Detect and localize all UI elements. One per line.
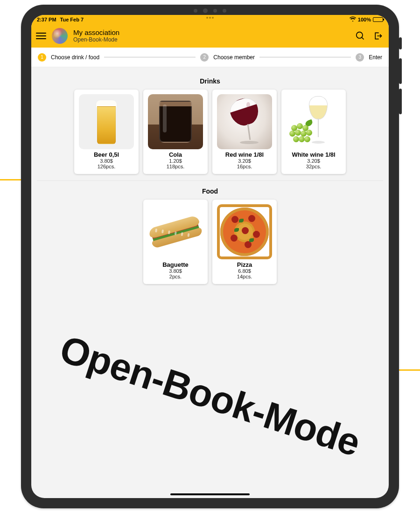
header-title: My association bbox=[73, 28, 119, 36]
status-time: 2:37 PM bbox=[37, 17, 56, 22]
product-price: 6.80$ bbox=[212, 268, 277, 274]
status-date: Tue Feb 7 bbox=[60, 17, 84, 22]
product-card-baguette[interactable]: Baguette 3.80$ 2pcs. bbox=[143, 200, 208, 284]
content-area: Drinks Beer 0,5l 3.80$ 126pcs. Cola bbox=[31, 67, 389, 291]
decorative-accent bbox=[0, 179, 21, 180]
product-price: 3.80$ bbox=[74, 158, 139, 164]
product-stock: 2pcs. bbox=[143, 274, 208, 279]
tablet-frame: 2:37 PM Tue Feb 7 100% My association Op… bbox=[21, 5, 399, 508]
status-battery-pct: 100% bbox=[358, 17, 371, 22]
header-subtitle: Open-Book-Mode bbox=[73, 37, 119, 43]
search-icon[interactable] bbox=[354, 30, 366, 42]
drinks-grid: Beer 0,5l 3.80$ 126pcs. Cola 1.20$ 118pc… bbox=[35, 90, 385, 174]
header-title-block: My association Open-Book-Mode bbox=[73, 28, 119, 43]
avatar[interactable] bbox=[52, 28, 68, 44]
product-stock: 118pcs. bbox=[143, 164, 208, 169]
product-card-cola[interactable]: Cola 1.20$ 118pcs. bbox=[143, 90, 208, 174]
product-stock: 126pcs. bbox=[74, 164, 139, 169]
section-divider bbox=[37, 180, 383, 181]
product-price: 3.80$ bbox=[143, 268, 208, 274]
product-name: White wine 1/8l bbox=[281, 151, 346, 158]
watermark-text: Open-Book-Mode bbox=[55, 327, 365, 465]
battery-icon bbox=[373, 17, 383, 22]
product-price: 3.20$ bbox=[212, 158, 277, 164]
step-divider bbox=[104, 57, 196, 57]
product-price: 1.20$ bbox=[143, 158, 208, 164]
status-bar: 2:37 PM Tue Feb 7 100% bbox=[31, 15, 389, 24]
screen: 2:37 PM Tue Feb 7 100% My association Op… bbox=[31, 15, 389, 498]
product-image bbox=[286, 94, 341, 149]
product-name: Beer 0,5l bbox=[74, 151, 139, 158]
product-card-beer[interactable]: Beer 0,5l 3.80$ 126pcs. bbox=[74, 90, 139, 174]
step-1-number[interactable]: 1 bbox=[38, 53, 46, 62]
step-2-label[interactable]: Choose member bbox=[213, 54, 255, 61]
section-title-food: Food bbox=[35, 187, 385, 195]
wifi-icon bbox=[350, 16, 356, 23]
product-image bbox=[79, 94, 134, 149]
product-stock: 16pcs. bbox=[212, 164, 277, 169]
decorative-accent bbox=[399, 369, 420, 371]
product-card-white-wine[interactable]: White wine 1/8l 3.20$ 32pcs. bbox=[281, 90, 346, 174]
section-title-drinks: Drinks bbox=[35, 77, 385, 85]
product-card-red-wine[interactable]: Red wine 1/8l 3.20$ 16pcs. bbox=[212, 90, 277, 174]
product-image bbox=[217, 204, 272, 259]
logout-icon[interactable] bbox=[372, 30, 384, 42]
app-bar: My association Open-Book-Mode bbox=[31, 24, 389, 48]
step-2-number[interactable]: 2 bbox=[200, 53, 209, 62]
product-name: Red wine 1/8l bbox=[212, 151, 277, 158]
food-grid: Baguette 3.80$ 2pcs. Pizza 6.80$ 14pcs. bbox=[35, 200, 385, 284]
product-name: Baguette bbox=[143, 261, 208, 268]
step-3-label[interactable]: Enter bbox=[369, 54, 382, 61]
product-price: 3.20$ bbox=[281, 158, 346, 164]
product-image bbox=[148, 94, 203, 149]
step-3-number[interactable]: 3 bbox=[356, 53, 364, 62]
product-image bbox=[217, 94, 272, 149]
product-stock: 14pcs. bbox=[212, 274, 277, 279]
product-name: Pizza bbox=[212, 261, 277, 268]
stepper: 1 Choose drink / food 2 Choose member 3 … bbox=[31, 48, 389, 67]
product-image bbox=[148, 204, 203, 259]
step-1-label[interactable]: Choose drink / food bbox=[51, 54, 99, 61]
home-indicator[interactable] bbox=[170, 493, 250, 495]
product-stock: 32pcs. bbox=[281, 164, 346, 169]
product-name: Cola bbox=[143, 151, 208, 158]
step-divider bbox=[259, 57, 351, 57]
product-card-pizza[interactable]: Pizza 6.80$ 14pcs. bbox=[212, 200, 277, 284]
menu-icon[interactable] bbox=[36, 33, 46, 39]
